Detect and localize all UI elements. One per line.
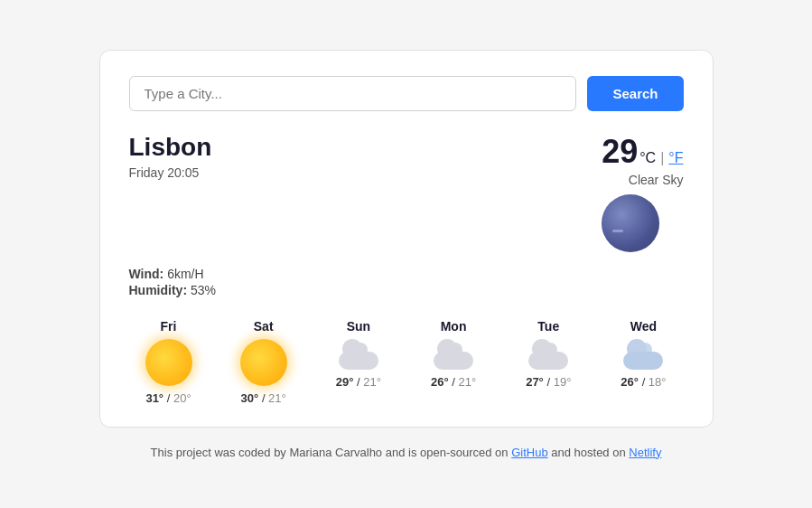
forecast-day-name: Mon [441,319,467,334]
condition-text: Clear Sky [602,173,683,187]
forecast-temps: 26° / 21° [431,375,476,389]
humidity-detail: Humidity: 53% [129,283,684,297]
forecast-day-name: Sun [347,319,370,334]
cloud-icon [335,339,382,370]
city-info-right: 29 °C | °F Clear Sky [602,133,683,252]
forecast-day: Tue 27° / 19° [509,319,588,405]
weather-icon-area [602,194,683,252]
unit-fahrenheit[interactable]: °F [668,150,683,166]
cloud-blue-icon [620,339,667,370]
forecast-temps: 29° / 21° [336,375,381,389]
forecast-temps: 27° / 19° [526,375,571,389]
night-clear-icon [602,194,659,252]
sun-icon [240,339,287,386]
footer-text-middle: and hosted on [548,446,630,459]
forecast-row: Fri31° / 20°Sat30° / 21°Sun 29° / 21°Mon… [129,319,684,405]
forecast-day-name: Fri [161,319,177,334]
forecast-day-name: Sat [254,319,274,334]
footer: This project was coded by Mariana Carval… [151,446,662,459]
city-datetime: Friday 20:05 [129,165,212,180]
footer-text-before: This project was coded by Mariana Carval… [151,446,512,459]
unit-celsius[interactable]: °C [639,150,656,166]
forecast-day-name: Tue [537,319,559,334]
humidity-label: Humidity: [129,283,188,297]
city-name: Lisbon [129,133,212,162]
humidity-value-text: 53% [191,283,216,297]
temperature-value: 29 [602,133,638,171]
forecast-day: Wed 26° / 18° [603,319,683,405]
city-info-left: Lisbon Friday 20:05 [129,133,212,180]
city-row: Lisbon Friday 20:05 29 °C | °F Clear Sky [129,133,684,252]
forecast-day: Fri31° / 20° [129,319,209,405]
search-button[interactable]: Search [587,76,683,111]
forecast-temps: 30° / 21° [241,391,286,405]
sun-icon [145,339,192,386]
forecast-temps: 26° / 18° [621,375,666,389]
forecast-day: Sat30° / 21° [224,319,303,405]
unit-separator: | [660,150,664,166]
details-row: Wind: 6km/H Humidity: 53% [129,267,684,297]
github-link[interactable]: GitHub [511,446,547,459]
search-input[interactable] [129,76,577,111]
wind-detail: Wind: 6km/H [129,267,684,281]
wind-label: Wind: [129,267,164,281]
temp-row: 29 °C | °F [602,133,683,171]
weather-card: Search Lisbon Friday 20:05 29 °C | °F Cl… [99,50,714,428]
forecast-day: Mon 26° / 21° [414,319,493,405]
cloud-icon [525,339,572,370]
forecast-day-name: Wed [630,319,657,334]
search-row: Search [129,76,684,111]
forecast-day: Sun 29° / 21° [319,319,398,405]
wind-value-text: 6km/H [167,267,203,281]
netlify-link[interactable]: Netlify [629,446,661,459]
cloud-icon [430,339,477,370]
forecast-temps: 31° / 20° [145,391,191,405]
